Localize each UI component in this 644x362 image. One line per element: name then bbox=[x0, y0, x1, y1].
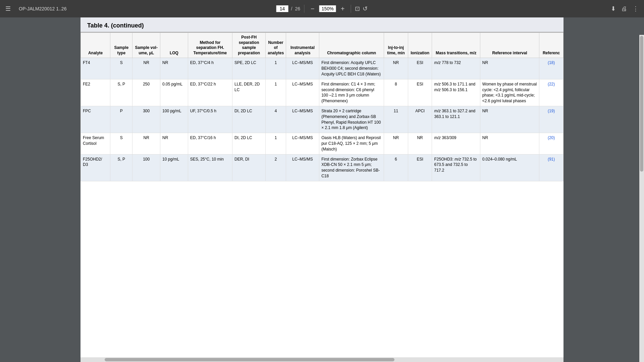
cell-reference: (20) bbox=[539, 133, 564, 154]
document-title: OP-JALM220012 1..26 bbox=[19, 6, 66, 11]
cell-analyte: Free Serum Cortisol bbox=[81, 133, 110, 154]
cell-num_analytes: 1 bbox=[266, 79, 286, 106]
cell-ionization: ESI bbox=[408, 79, 432, 106]
cell-post_fh: DI, 2D LC bbox=[232, 106, 266, 133]
cell-post_fh: DER, DI bbox=[232, 154, 266, 181]
more-options-button[interactable]: ⋮ bbox=[633, 5, 639, 12]
cell-post_fh: SPE, 2D LC bbox=[232, 58, 266, 79]
reference-link[interactable]: (18) bbox=[548, 60, 555, 65]
cell-ionization: ESI bbox=[408, 154, 432, 181]
header-analyte: Analyte bbox=[81, 33, 110, 58]
zoom-out-button[interactable]: − bbox=[309, 4, 317, 13]
cell-method: SES, 25°C, 10 min bbox=[188, 154, 232, 181]
cell-ionization: ESI bbox=[408, 58, 432, 79]
cell-mass_trans: F25OHD3: m/z 732.5 to 673.5 and 732.5 to… bbox=[432, 154, 480, 181]
cell-chrom_col: First dimension: C1 4 × 3 mm; second dim… bbox=[319, 79, 384, 106]
header-sample-type: Sample type bbox=[110, 33, 132, 58]
cell-num_analytes: 2 bbox=[266, 154, 286, 181]
header-loq: LOQ bbox=[160, 33, 188, 58]
toolbar: ☰ OP-JALM220012 1..26 / 26 − + ⊡ ↺ ⬇ 🖨 ⋮ bbox=[0, 0, 644, 17]
header-sample-vol: Sample vol­ume, μL bbox=[132, 33, 160, 58]
header-reference: Referenc bbox=[539, 33, 564, 58]
cell-inj_time: NR bbox=[384, 133, 408, 154]
cell-loq: 0.05 pg/mL bbox=[160, 79, 188, 106]
header-inj-time: Inj-to-inj time, min bbox=[384, 33, 408, 58]
cell-reference: (19) bbox=[539, 106, 564, 133]
cell-sample_vol: NR bbox=[132, 133, 160, 154]
fit-page-button[interactable]: ⊡ bbox=[355, 5, 360, 12]
header-num-analytes: Number of analytes bbox=[266, 33, 286, 58]
table-row: FT4SNRNRED, 37°C/4 hSPE, 2D LC1LC–MS/MSF… bbox=[81, 58, 564, 79]
cell-mass_trans: m/z 778 to 732 bbox=[432, 58, 480, 79]
reference-link[interactable]: (22) bbox=[548, 82, 555, 86]
history-button[interactable]: ↺ bbox=[363, 5, 368, 12]
horizontal-scrollbar[interactable] bbox=[80, 357, 564, 362]
cell-analyte: F25OHD2/ D3 bbox=[81, 154, 110, 181]
table-row: Free Serum CortisolSNRNRED, 37°C/16 hDI,… bbox=[81, 133, 564, 154]
cell-ref_interval: NR bbox=[480, 133, 539, 154]
zoom-input[interactable] bbox=[319, 5, 336, 12]
cell-ionization: NR bbox=[408, 133, 432, 154]
cell-chrom_col: Oasis HLB (Waters) and Reprosil pur C18-… bbox=[319, 133, 384, 154]
cell-sample_type: S bbox=[110, 133, 132, 154]
scrollbar-track bbox=[80, 358, 564, 361]
cell-sample_type: S bbox=[110, 58, 132, 79]
cell-loq: 10 pg/mL bbox=[160, 154, 188, 181]
zoom-in-button[interactable]: + bbox=[339, 4, 347, 13]
cell-method: UF, 37°C/0.5 h bbox=[188, 106, 232, 133]
cell-num_analytes: 4 bbox=[266, 106, 286, 133]
table-caption: Table 4. (continued) bbox=[80, 17, 564, 33]
cell-sample_vol: 250 bbox=[132, 79, 160, 106]
cell-analyte: FPC bbox=[81, 106, 110, 133]
toolbar-center: / 26 − + ⊡ ↺ bbox=[276, 4, 368, 13]
print-button[interactable]: 🖨 bbox=[621, 5, 627, 12]
cell-inj_time: 11 bbox=[384, 106, 408, 133]
cell-instrumental: LC–MS/MS bbox=[286, 154, 319, 181]
cell-num_analytes: 1 bbox=[266, 133, 286, 154]
cell-chrom_col: Strata 20 × 2 cartridge (Phenomenex) and… bbox=[319, 106, 384, 133]
cell-ref_interval: NR bbox=[480, 58, 539, 79]
table-header-row: Analyte Sample type Sample vol­ume, μL L… bbox=[81, 33, 564, 58]
cell-mass_trans: m/z 363/309 bbox=[432, 133, 480, 154]
toolbar-right: ⬇ 🖨 ⋮ bbox=[611, 5, 639, 12]
cell-reference: (18) bbox=[539, 58, 564, 79]
cell-inj_time: NR bbox=[384, 58, 408, 79]
data-table: Analyte Sample type Sample vol­ume, μL L… bbox=[80, 33, 564, 181]
header-ionization: Ionization bbox=[408, 33, 432, 58]
cell-reference: (91) bbox=[539, 154, 564, 181]
cell-ref_interval: Women by phase of menstrual cycle: <2.4 … bbox=[480, 79, 539, 106]
cell-instrumental: LC–MS/MS bbox=[286, 106, 319, 133]
cell-mass_trans: m/z 506.3 to 171.1 and m/z 506.3 to 156.… bbox=[432, 79, 480, 106]
cell-ref_interval: NR bbox=[480, 106, 539, 133]
reference-link[interactable]: (19) bbox=[548, 109, 555, 113]
page-content: Table 4. (continued) Analyte Sample type… bbox=[80, 17, 564, 362]
reference-link[interactable]: (91) bbox=[548, 157, 555, 162]
cell-method: ED, 37°C/4 h bbox=[188, 58, 232, 79]
header-post-fh: Post-FH separation sample preparation bbox=[232, 33, 266, 58]
scrollbar-thumb[interactable] bbox=[105, 358, 394, 361]
page-number-input[interactable] bbox=[276, 5, 288, 12]
cell-sample_vol: 300 bbox=[132, 106, 160, 133]
menu-icon[interactable]: ☰ bbox=[5, 5, 11, 12]
vertical-scrollbar[interactable] bbox=[639, 35, 644, 362]
cell-loq: NR bbox=[160, 58, 188, 79]
reference-link[interactable]: (20) bbox=[548, 135, 555, 140]
toolbar-divider-2 bbox=[351, 5, 351, 13]
cell-ionization: APCI bbox=[408, 106, 432, 133]
vertical-scrollbar-thumb[interactable] bbox=[640, 36, 643, 172]
cell-method: ED, 37°C/22 h bbox=[188, 79, 232, 106]
cell-post_fh: DI, 2D LC bbox=[232, 133, 266, 154]
document-area: Table 4. (continued) Analyte Sample type… bbox=[0, 17, 644, 362]
page-separator: / bbox=[291, 6, 292, 11]
cell-method: ED, 37°C/16 h bbox=[188, 133, 232, 154]
cell-loq: 100 pg/mL bbox=[160, 106, 188, 133]
cell-sample_type: S, P bbox=[110, 154, 132, 181]
cell-reference: (22) bbox=[539, 79, 564, 106]
download-button[interactable]: ⬇ bbox=[611, 5, 616, 12]
table-row: F25OHD2/ D3S, P10010 pg/mLSES, 25°C, 10 … bbox=[81, 154, 564, 181]
header-instrumental: Instrumental analysis bbox=[286, 33, 319, 58]
cell-ref_interval: 0.024–0.080 ng/mL bbox=[480, 154, 539, 181]
table-row: FE2S, P2500.05 pg/mLED, 37°C/22 hLLE, DE… bbox=[81, 79, 564, 106]
cell-mass_trans: m/z 363.1 to 327.2 and 363.1 to 121.1 bbox=[432, 106, 480, 133]
cell-inj_time: 6 bbox=[384, 154, 408, 181]
